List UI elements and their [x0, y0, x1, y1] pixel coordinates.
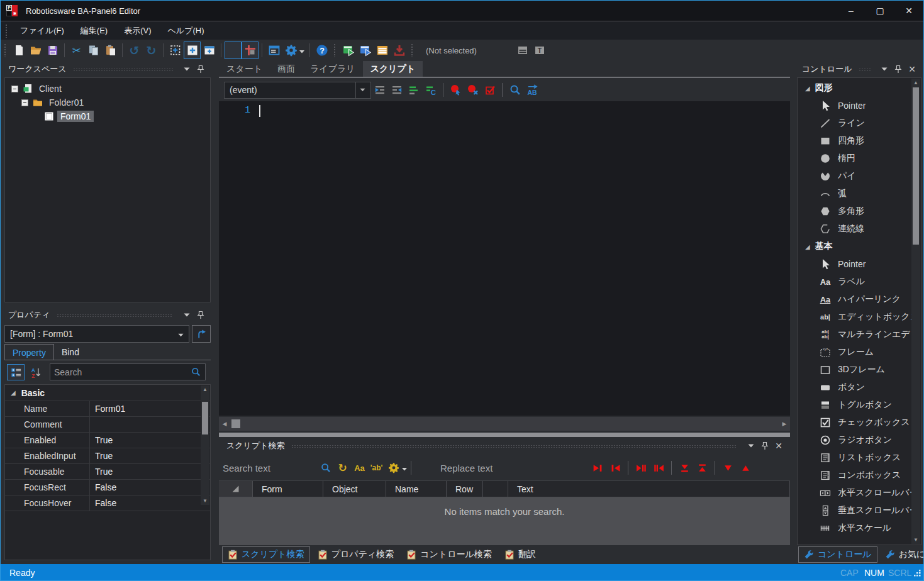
goto-next-stop-button[interactable]	[632, 460, 650, 475]
new-file-button[interactable]	[10, 42, 27, 59]
script-search-close-icon[interactable]: ✕	[772, 440, 785, 451]
doc-tab-スタート[interactable]: スタート	[219, 61, 270, 77]
doc-tab-ライブラリ[interactable]: ライブラリ	[303, 61, 363, 77]
control-item-リストボックス[interactable]: リストボックス	[798, 449, 911, 467]
tree-expander-icon[interactable]	[21, 99, 28, 106]
grid-add-button[interactable]	[167, 42, 184, 59]
doc-tab-スクリプト[interactable]: スクリプト	[363, 61, 423, 77]
control-item-コンボボックス[interactable]: コンボボックス	[798, 467, 911, 484]
menu-item-1[interactable]: 編集(E)	[72, 21, 116, 40]
control-item-多角形[interactable]: 多角形	[798, 202, 911, 220]
control-item-ラベル[interactable]: Aaラベル	[798, 273, 911, 290]
property-row-focusrect[interactable]: FocusRectFalse	[5, 480, 210, 495]
undo-button[interactable]: ↺	[126, 42, 143, 59]
goto-prev-button[interactable]	[606, 460, 624, 475]
control-item-水平スケール[interactable]: 水平スケール	[798, 519, 911, 537]
find-button[interactable]	[317, 460, 334, 476]
property-row-focushover[interactable]: FocusHoverFalse	[5, 495, 210, 511]
controls-close-icon[interactable]: ✕	[906, 64, 918, 75]
control-item-ハイパーリンク[interactable]: Aaハイパーリンク	[798, 290, 911, 308]
property-value[interactable]: True	[89, 433, 210, 448]
resize-grip[interactable]	[913, 569, 921, 579]
help-button[interactable]: ?	[313, 42, 330, 59]
cut-button[interactable]: ✂	[68, 42, 85, 59]
control-item-Pointer[interactable]: Pointer	[798, 97, 911, 114]
chevron-down-icon[interactable]	[402, 463, 407, 473]
panel-tab-お気に入り[interactable]: お気に入り	[880, 546, 924, 563]
open-folder-button[interactable]	[27, 42, 44, 59]
column-header-Form[interactable]: Form	[253, 481, 323, 497]
property-grid-scrollbar[interactable]: ▲▼	[201, 385, 209, 505]
controls-scrollbar[interactable]: ▲ ▼	[911, 79, 920, 544]
scrollbar-thumb[interactable]	[913, 87, 919, 245]
property-row-enabled[interactable]: EnabledTrue	[5, 433, 210, 448]
control-item-水平スクロールバー[interactable]: 水平スクロールバー	[798, 484, 911, 502]
paste-button[interactable]	[102, 42, 119, 59]
script-search-pin-icon[interactable]	[759, 440, 771, 451]
goto-prev-stop-button[interactable]	[650, 460, 667, 475]
replace-text-input[interactable]	[440, 463, 528, 473]
panel-tab-プロパティ検索[interactable]: プロパティ検索	[313, 546, 399, 563]
property-row-enabledinput[interactable]: EnabledInputTrue	[5, 448, 210, 464]
object-selector-dropdown[interactable]: [Form] : Form01	[4, 325, 189, 343]
control-item-ラジオボタン[interactable]: ラジオボタン	[798, 431, 911, 449]
column-header-Text[interactable]: Text	[508, 481, 790, 497]
column-header-Name[interactable]: Name	[386, 481, 447, 497]
search-text-input[interactable]	[223, 463, 317, 473]
controls-menu-chevron-icon[interactable]	[878, 64, 891, 75]
control-item-連続線[interactable]: 連続線	[798, 220, 911, 238]
property-search-input[interactable]	[54, 367, 191, 377]
menu-item-3[interactable]: ヘルプ(H)	[160, 21, 213, 40]
event-selector-dropdown[interactable]: (event)	[224, 82, 371, 99]
menu-item-2[interactable]: 表示(V)	[116, 21, 159, 40]
sort-alphabetical-button[interactable]: AZ	[27, 364, 45, 380]
move-top-button[interactable]	[693, 460, 711, 475]
column-header-Object[interactable]: Object	[323, 481, 386, 497]
save-button[interactable]	[44, 42, 61, 59]
window-add-button[interactable]	[201, 42, 218, 59]
column-header-blank[interactable]	[483, 481, 508, 497]
control-item-垂直スクロールバー[interactable]: 垂直スクロールバー	[798, 502, 911, 519]
match-case-button[interactable]: Aa	[351, 460, 368, 476]
scroll-down-arrow-icon[interactable]: ▼	[911, 536, 920, 544]
panel-tab-翻訳[interactable]: 翻訳	[499, 546, 541, 563]
control-item-マルチラインエディットボックス[interactable]: ab|ab|マルチラインエディットボックス	[798, 326, 911, 343]
control-item-Pointer[interactable]: Pointer	[798, 255, 911, 273]
categorized-view-button[interactable]	[7, 364, 25, 380]
editor-horizontal-scrollbar[interactable]: ◀ ▶	[219, 417, 790, 431]
select-all-corner[interactable]	[219, 481, 253, 497]
row-table-button[interactable]	[515, 42, 532, 59]
run-client-button[interactable]	[340, 42, 357, 59]
scroll-up-arrow-icon[interactable]: ▲	[201, 385, 209, 394]
properties-menu-chevron-icon[interactable]	[181, 309, 193, 321]
controls-section-図形[interactable]: ◢図形	[798, 79, 911, 97]
window-list-button[interactable]	[265, 42, 282, 59]
control-item-四角形[interactable]: 四角形	[798, 132, 911, 150]
data-table-button[interactable]	[374, 42, 391, 59]
control-item-楕円[interactable]: 楕円	[798, 150, 911, 167]
control-item-チェックボックス[interactable]: チェックボックス	[798, 414, 911, 431]
snap-lines-button[interactable]	[242, 42, 259, 59]
property-value[interactable]: False	[89, 495, 210, 511]
minimize-button[interactable]: –	[837, 1, 866, 21]
form-add-button[interactable]	[184, 42, 201, 59]
redo-button[interactable]: ↻	[143, 42, 160, 59]
copy-button[interactable]	[85, 42, 102, 59]
uncomment-lines-button[interactable]: C	[422, 82, 439, 98]
match-word-button[interactable]: 'ab'	[368, 460, 385, 476]
control-item-フレーム[interactable]: xyzフレーム	[798, 343, 911, 361]
property-row-focusable[interactable]: FocusableTrue	[5, 464, 210, 480]
property-value[interactable]	[89, 417, 210, 432]
workspace-menu-chevron-icon[interactable]	[181, 64, 193, 75]
control-item-パイ[interactable]: パイ	[798, 167, 911, 185]
script-search-menu-chevron-icon[interactable]	[745, 440, 757, 451]
run-form-button[interactable]	[357, 42, 374, 59]
tree-item-form01[interactable]: Form01	[5, 109, 210, 123]
goto-next-button[interactable]	[589, 460, 606, 475]
breakpoint-remove-button[interactable]	[464, 82, 481, 98]
property-category-row[interactable]: ◢Basic	[5, 385, 210, 401]
property-value[interactable]: Form01	[89, 401, 210, 416]
panel-tab-スクリプト検索[interactable]: スクリプト検索	[222, 546, 310, 563]
controls-pin-icon[interactable]	[892, 64, 905, 75]
doc-tab-画面[interactable]: 画面	[270, 61, 303, 77]
